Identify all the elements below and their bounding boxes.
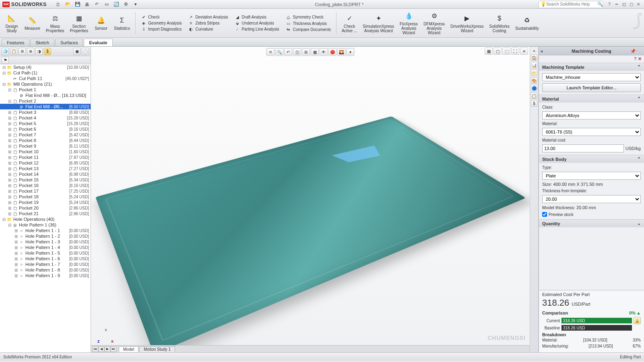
ribbon-design-button[interactable]: 📐DesignStudy — [2, 10, 22, 36]
search-go-icon[interactable]: 🔍 — [597, 2, 603, 7]
expand-icon[interactable]: ⊞ — [7, 200, 12, 205]
model-canvas[interactable] — [99, 59, 522, 336]
ribbon-section-button[interactable]: ▦SectionProperties — [67, 10, 91, 36]
zoom-area-icon[interactable]: 🔍 — [275, 48, 283, 56]
material-cost-input[interactable] — [542, 144, 624, 152]
material-class-select[interactable]: Aluminium Alloys — [542, 111, 641, 119]
section-view-icon[interactable]: ◫ — [293, 48, 301, 56]
tree-item[interactable]: ⊘Flat End Mill - Ø6...[8.50 USD] — [0, 104, 91, 109]
ribbon-solidworks-button[interactable]: $SolidWorksCosting — [487, 10, 512, 36]
tree-tab-property-icon[interactable]: 📋 — [10, 48, 17, 55]
expand-icon[interactable]: ⊞ — [7, 195, 12, 199]
ribbon-statistics-button[interactable]: ΣStatistics — [111, 10, 133, 36]
expand-icon[interactable]: ⊟ — [7, 99, 12, 103]
tree-item[interactable]: ⊞▢Pocket 4[15.28 USD] — [0, 115, 91, 121]
tree-item[interactable]: ⊞○Hole Pattern 1 - 2[0.00 USD] — [0, 233, 91, 239]
expand-icon[interactable]: ⊟ — [2, 65, 6, 70]
tree-item[interactable]: ⊞○Hole Pattern 1 - 7[0.00 USD] — [0, 261, 91, 267]
custom-props-icon[interactable]: 📋 — [531, 93, 537, 99]
tree-item[interactable]: ✂Cut Path 11[45.00 USD*] — [0, 76, 91, 81]
expand-icon[interactable]: ⊞ — [7, 178, 12, 182]
expand-icon[interactable]: ⊟ — [2, 82, 6, 86]
expand-icon[interactable]: ⊞ — [7, 150, 12, 154]
home-tab-icon[interactable]: 🏠 — [531, 54, 537, 61]
costing-tab-icon[interactable]: $ — [531, 100, 537, 107]
ribbon-driveworksxpress-button[interactable]: ▶DriveWorksXpressWizard — [448, 10, 487, 36]
vp-max-icon[interactable]: ⛶ — [511, 47, 519, 55]
view-settings-icon[interactable]: ▾ — [346, 48, 354, 56]
tree-item[interactable]: ⊟◎Hole Pattern 1 (36) — [0, 222, 91, 228]
tree-item[interactable]: ⊞▢Pocket 6[9.16 USD] — [0, 126, 91, 132]
view-palette-icon[interactable]: 🎨 — [531, 77, 537, 84]
tree-item[interactable]: ⊞▢Pocket 17[7.25 USD] — [0, 188, 91, 194]
ribbon-curvature-button[interactable]: ◐Curvature — [187, 27, 229, 32]
vp-grid-icon[interactable]: ▦ — [485, 47, 493, 55]
expand-icon[interactable]: ⊞ — [7, 127, 12, 132]
expand-icon[interactable]: ⊞ — [7, 167, 12, 171]
graphics-viewport[interactable]: ⤧ 🔍 ↶ ◫ ⊞ ▦ 👁 🔴 🌄 ▾ ▦ ▢ ⬚ ⛶ ✕ YXZ ⏮ — [91, 47, 530, 352]
ribbon-measure-button[interactable]: 📏Measure — [22, 10, 43, 36]
display-style-icon[interactable]: ▦ — [311, 48, 319, 56]
ribbon-mass-button[interactable]: ⚖MassProperties — [43, 10, 67, 36]
preview-stock-checkbox[interactable]: Preview stock — [542, 212, 641, 217]
tree-item[interactable]: ⊞▢Pocket 12[6.95 USD] — [0, 160, 91, 166]
expand-icon[interactable]: ⊞ — [14, 228, 19, 233]
appearance-icon[interactable]: 🔴 — [328, 48, 336, 56]
tree-item[interactable]: ⊟📁Hole Operations (40) — [0, 216, 91, 222]
expand-icon[interactable]: ⊞ — [7, 116, 12, 120]
ribbon-sensor-button[interactable]: 🔔Sensor — [91, 10, 111, 36]
restore-icon[interactable]: ◱ — [621, 2, 627, 7]
tab-sketch[interactable]: Sketch — [30, 39, 54, 46]
tree-flag-icon[interactable]: ⚑ — [2, 57, 9, 64]
minimize-icon[interactable]: ━ — [613, 2, 620, 7]
tree-tab-dim-icon[interactable]: ⊕ — [27, 48, 34, 55]
expand-icon[interactable]: ⊞ — [7, 161, 12, 165]
expand-icon[interactable]: ⊟ — [7, 223, 12, 227]
expand-icon[interactable]: ⊞ — [14, 274, 19, 278]
tree-item[interactable]: ⊞▢Pocket 18[5.24 USD] — [0, 194, 91, 200]
tree-item[interactable]: ⊞▢Pocket 9[6.11 USD] — [0, 143, 91, 149]
open-icon[interactable]: 📂 — [64, 1, 72, 8]
tree-item[interactable]: ⊞▢Pocket 16[8.16 USD] — [0, 183, 91, 188]
ribbon-undercut-analysis-button[interactable]: ⬙Undercut Analysis — [233, 21, 281, 26]
expand-icon[interactable]: ⊞ — [14, 240, 19, 244]
tree-item[interactable]: ⊟▢Pocket 1 — [0, 87, 91, 93]
search-input[interactable] — [546, 2, 597, 6]
ribbon-simulationxpress-button[interactable]: ✦SimulationXpressAnalysis Wizard — [360, 10, 397, 36]
tree-item[interactable]: ⊞○Hole Pattern 1 - 3[0.00 USD] — [0, 239, 91, 245]
tree-item[interactable]: ⊟📁Setup (4)[10.58 USD] — [0, 64, 91, 70]
ribbon-check-button[interactable]: ✓CheckActive ... — [339, 10, 360, 36]
tree-item[interactable]: ⊞▢Pocket 21[2.86 USD] — [0, 211, 91, 216]
tree-tab-feature-icon[interactable]: 🧊 — [2, 48, 9, 55]
expand-icon[interactable]: ⊞ — [7, 110, 12, 115]
tree-history-icon[interactable]: 🕘 — [82, 48, 89, 55]
thickness-select[interactable]: 20.00 — [542, 195, 641, 203]
tab-nav-last-icon[interactable]: ⏭ — [111, 346, 116, 352]
vp-link-icon[interactable]: ⬚ — [502, 47, 510, 55]
ribbon-floxpress-button[interactable]: 💧FloXpressAnalysisWizard — [397, 10, 421, 36]
tree-filter-icon[interactable]: ▣ — [73, 48, 80, 55]
new-icon[interactable]: 🗋 — [54, 1, 63, 8]
expand-icon[interactable]: ⊞ — [7, 206, 12, 210]
tree-item[interactable]: ⊞○Hole Pattern 1 - 9[0.00 USD] — [0, 273, 91, 278]
dropdown-icon[interactable]: ▾ — [131, 1, 140, 8]
tab-nav-first-icon[interactable]: ⏮ — [93, 346, 98, 352]
ribbon-geometry-analysis-button[interactable]: ◈Geometry Analysis — [140, 21, 183, 26]
tree-item[interactable]: ⊞○Hole Pattern 1 - 6[0.00 USD] — [0, 256, 91, 261]
tab-nav-prev-icon[interactable]: ◀ — [99, 346, 104, 352]
ribbon-zebra-stripes-button[interactable]: ≡Zebra Stripes — [187, 21, 229, 26]
tree-item[interactable]: ⊞○Hole Pattern 1 - 4[0.00 USD] — [0, 245, 91, 250]
ribbon-compare-documents-button[interactable]: ⇆Compare Documents — [284, 27, 332, 32]
pin-icon[interactable]: 📌 — [630, 49, 636, 54]
ribbon-parting-line-analysis-button[interactable]: ⟋Parting Line Analysis — [233, 27, 281, 32]
tree-tab-display-icon[interactable]: ◑ — [35, 48, 43, 55]
ribbon-dfmxpress-button[interactable]: ⚙DFMXpressAnalysisWizard — [421, 10, 448, 36]
tree-item[interactable]: ⊘Flat End Mill - Ø... [16.13 USD] — [0, 93, 91, 98]
tree-item[interactable]: ⊞▢Pocket 10[1.60 USD] — [0, 149, 91, 154]
taskpane-help-icon[interactable]: ? — [634, 56, 636, 62]
appearances-icon[interactable]: 🔵 — [531, 85, 537, 91]
tree-item[interactable]: ⊞▢Pocket 7[5.42 USD] — [0, 132, 91, 138]
ribbon-deviation-analysis-button[interactable]: ↗Deviation Analysis — [187, 14, 229, 20]
ribbon-thickness-analysis-button[interactable]: ▭Thickness Analysis — [284, 21, 332, 26]
tab-surfaces[interactable]: Surfaces — [55, 39, 83, 46]
